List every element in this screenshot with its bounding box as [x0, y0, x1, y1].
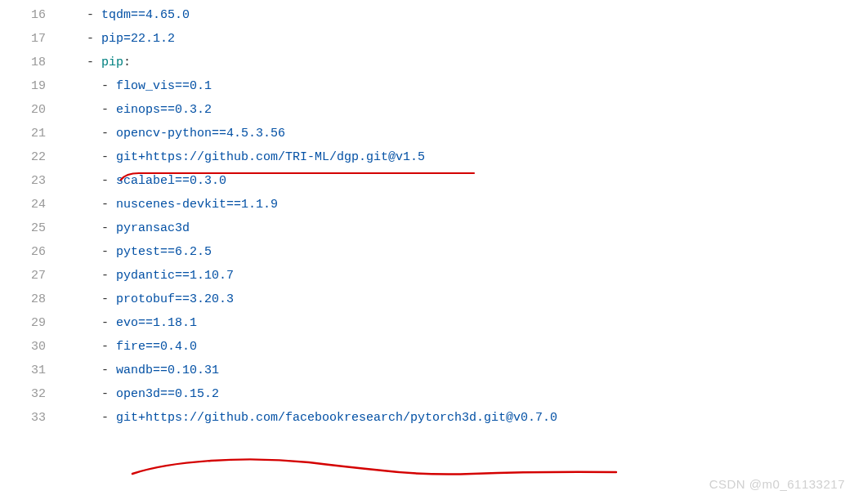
code-line[interactable]: - pydantic==1.10.7	[72, 264, 863, 288]
code-block: 161718192021222324252627282930313233 - t…	[0, 0, 863, 430]
line-number: 22	[0, 145, 46, 169]
code-line[interactable]: - opencv-python==4.5.3.56	[72, 122, 863, 145]
code-line[interactable]: - protobuf==3.20.3	[72, 288, 863, 311]
code-line[interactable]: - pyransac3d	[72, 216, 863, 240]
code-line[interactable]: - einops==0.3.2	[72, 98, 863, 122]
line-number: 20	[0, 98, 46, 122]
watermark-text: CSDN @m0_61133217	[709, 472, 845, 496]
code-line[interactable]: - fire==0.4.0	[72, 335, 863, 359]
code-line[interactable]: - tqdm==4.65.0	[72, 3, 863, 27]
line-number: 28	[0, 288, 46, 311]
line-number: 31	[0, 359, 46, 382]
line-number: 33	[0, 406, 46, 430]
code-line[interactable]: - git+https://github.com/TRI-ML/dgp.git@…	[72, 145, 863, 169]
code-line[interactable]: - open3d==0.15.2	[72, 382, 863, 406]
line-number: 24	[0, 193, 46, 216]
code-line[interactable]: - wandb==0.10.31	[72, 359, 863, 382]
code-line[interactable]: - pip:	[72, 51, 863, 74]
line-number: 21	[0, 122, 46, 145]
line-number: 30	[0, 335, 46, 359]
line-number: 18	[0, 51, 46, 74]
code-line[interactable]: - flow_vis==0.1	[72, 74, 863, 98]
line-number: 29	[0, 311, 46, 335]
line-number: 27	[0, 264, 46, 288]
code-line[interactable]: - nuscenes-devkit==1.1.9	[72, 193, 863, 216]
line-number: 16	[0, 3, 46, 27]
line-number: 32	[0, 382, 46, 406]
line-number: 26	[0, 240, 46, 264]
line-number-gutter: 161718192021222324252627282930313233	[0, 3, 72, 430]
line-number: 19	[0, 74, 46, 98]
line-number: 17	[0, 27, 46, 51]
code-line[interactable]: - evo==1.18.1	[72, 311, 863, 335]
code-content[interactable]: - tqdm==4.65.0 - pip=22.1.2 - pip: - flo…	[72, 3, 863, 430]
code-line[interactable]: - pytest==6.2.5	[72, 240, 863, 264]
code-line[interactable]: - pip=22.1.2	[72, 27, 863, 51]
line-number: 23	[0, 169, 46, 193]
annotation-underline-2	[129, 456, 619, 479]
code-line[interactable]: - git+https://github.com/facebookresearc…	[72, 406, 863, 430]
line-number: 25	[0, 216, 46, 240]
code-line[interactable]: - scalabel==0.3.0	[72, 169, 863, 193]
